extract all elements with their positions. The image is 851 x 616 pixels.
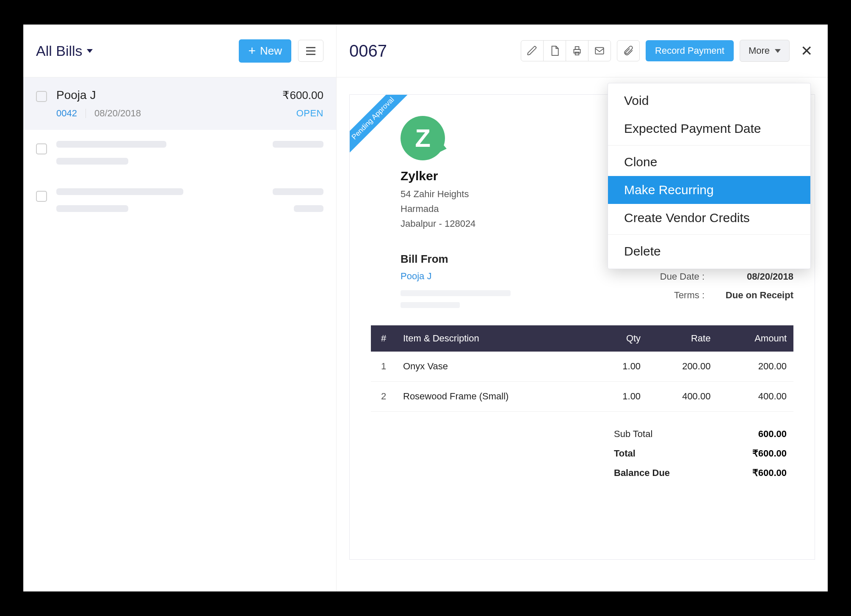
list-item[interactable]: Pooja J ₹600.00 0042 08/20/2018 OPEN <box>23 77 336 130</box>
col-num: # <box>371 325 396 352</box>
ribbon-text: Pending Approval <box>350 95 412 157</box>
total-value: ₹600.00 <box>752 448 787 459</box>
meta-label: Terms : <box>649 290 705 301</box>
cell-num: 2 <box>371 381 396 411</box>
status-badge: OPEN <box>296 108 323 119</box>
bill-number-link[interactable]: 0042 <box>56 108 77 119</box>
close-button[interactable]: ✕ <box>798 42 815 59</box>
mail-icon <box>594 45 605 56</box>
menu-item-create-vendor-credits[interactable]: Create Vendor Credits <box>608 204 810 232</box>
bill-amount: ₹600.00 <box>282 89 323 102</box>
menu-item-expected-payment-date[interactable]: Expected Payment Date <box>608 115 810 143</box>
cell-amt: 400.00 <box>717 381 793 411</box>
bill-from-block: Bill From Pooja J <box>401 253 511 308</box>
caret-down-icon <box>87 49 93 53</box>
table-row: 2 Rosewood Frame (Small) 1.00 400.00 400… <box>371 381 793 411</box>
company-logo: Z <box>401 116 445 160</box>
list-item-placeholder <box>23 177 336 223</box>
cell-num: 1 <box>371 352 396 382</box>
col-qty: Qty <box>595 325 648 352</box>
edit-button[interactable] <box>521 40 544 61</box>
pdf-icon <box>549 45 560 56</box>
page-title: 0067 <box>349 41 515 60</box>
subtotal-value: 600.00 <box>758 429 787 440</box>
email-button[interactable] <box>588 40 611 61</box>
cell-amt: 200.00 <box>717 352 793 382</box>
row-checkbox[interactable] <box>36 191 47 202</box>
bill-from-vendor-link[interactable]: Pooja J <box>401 271 431 281</box>
attach-button[interactable] <box>617 40 640 61</box>
list-header: All Bills + New <box>23 25 336 77</box>
row-checkbox[interactable] <box>36 91 47 102</box>
separator <box>86 109 86 118</box>
meta-value: 08/20/2018 <box>721 271 793 282</box>
menu-item-void[interactable]: Void <box>608 87 810 115</box>
cell-desc: Onyx Vase <box>396 352 595 382</box>
totals-block: Sub Total600.00 Total₹600.00 Balance Due… <box>607 424 793 483</box>
cell-rate: 200.00 <box>647 352 717 382</box>
pencil-icon <box>527 45 538 56</box>
row-checkbox[interactable] <box>36 143 47 154</box>
more-button-label: More <box>749 45 770 56</box>
list-options-button[interactable] <box>298 40 323 62</box>
bills-list: Pooja J ₹600.00 0042 08/20/2018 OPEN <box>23 77 336 591</box>
meta-value: Due on Receipt <box>721 290 793 301</box>
record-payment-button[interactable]: Record Payment <box>646 40 734 61</box>
balance-value: ₹600.00 <box>752 468 787 478</box>
logo-letter: Z <box>415 124 431 153</box>
total-label: Total <box>614 448 635 459</box>
balance-label: Balance Due <box>614 468 670 478</box>
svg-rect-2 <box>575 52 579 55</box>
more-button[interactable]: More <box>740 40 790 62</box>
plus-icon: + <box>248 44 256 57</box>
caret-down-icon <box>775 49 781 53</box>
new-bill-button[interactable]: + New <box>239 39 291 63</box>
action-icon-group <box>521 40 611 61</box>
subtotal-label: Sub Total <box>614 429 652 440</box>
cell-desc: Rosewood Frame (Small) <box>396 381 595 411</box>
col-rate: Rate <box>647 325 717 352</box>
print-icon <box>572 45 583 56</box>
detail-header: 0067 Record Payment Mo <box>337 25 828 77</box>
line-items-table: # Item & Description Qty Rate Amount 1 O… <box>371 325 793 412</box>
col-item: Item & Description <box>396 325 595 352</box>
cell-rate: 400.00 <box>647 381 717 411</box>
col-amt: Amount <box>717 325 793 352</box>
paperclip-icon <box>623 45 634 56</box>
close-icon: ✕ <box>801 42 812 59</box>
meta-label: Due Date : <box>649 271 705 282</box>
list-item-placeholder <box>23 130 336 177</box>
hamburger-icon <box>306 47 315 55</box>
new-button-label: New <box>260 44 282 58</box>
pdf-button[interactable] <box>543 40 566 61</box>
menu-item-clone[interactable]: Clone <box>608 148 810 176</box>
more-dropdown: Void Expected Payment Date Clone Make Re… <box>608 83 811 269</box>
filter-dropdown[interactable]: All Bills <box>36 43 232 59</box>
app-window: All Bills + New Pooja J ₹600.00 <box>23 25 828 591</box>
cell-qty: 1.00 <box>595 381 648 411</box>
svg-rect-1 <box>575 47 579 50</box>
bill-from-label: Bill From <box>401 253 511 266</box>
row-content: Pooja J ₹600.00 0042 08/20/2018 OPEN <box>56 88 323 119</box>
table-row: 1 Onyx Vase 1.00 200.00 200.00 <box>371 352 793 382</box>
cell-qty: 1.00 <box>595 352 648 382</box>
svg-rect-3 <box>595 47 604 54</box>
vendor-name: Pooja J <box>56 88 96 102</box>
print-button[interactable] <box>566 40 589 61</box>
bills-list-pane: All Bills + New Pooja J ₹600.00 <box>23 25 337 591</box>
menu-item-delete[interactable]: Delete <box>608 237 810 265</box>
bill-date: 08/20/2018 <box>94 108 141 119</box>
menu-item-make-recurring[interactable]: Make Recurring <box>608 176 810 204</box>
filter-title-text: All Bills <box>36 43 83 59</box>
